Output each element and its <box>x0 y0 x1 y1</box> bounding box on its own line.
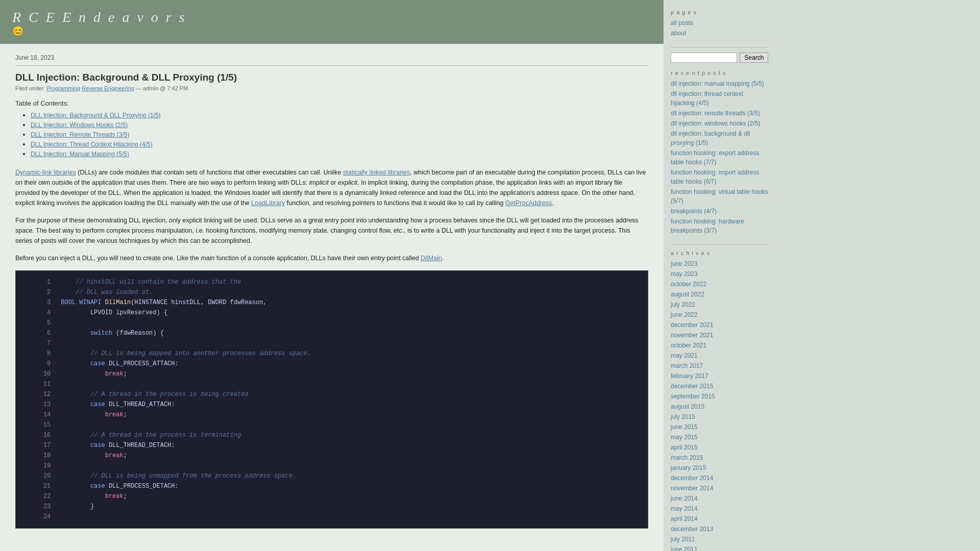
archive-december-2014[interactable]: december 2014 <box>671 473 769 483</box>
statically-linked-link[interactable]: statically linked libraries <box>343 169 410 176</box>
recent-posts-section: r e c e n t p o s t s dll injection: man… <box>671 70 769 235</box>
table-row: 24 <box>16 512 648 522</box>
title-divider <box>15 65 648 66</box>
toc-list: DLL Injection: Background & DLL Proxying… <box>15 111 648 158</box>
table-row: 9 case DLL_PROCESS_ATTACH: <box>16 359 648 369</box>
post-meta: Filed under: Programming Reverse Enginee… <box>15 85 648 91</box>
archives-section: a r c h i v e s june 2023 may 2023 octob… <box>671 250 769 551</box>
list-item: DLL Injection: Thread Context Hijacking … <box>31 140 648 148</box>
sidebar-recent-post-9[interactable]: breakpoints (4/7) <box>671 207 769 216</box>
table-row: 11 <box>16 379 648 389</box>
toc-link-1[interactable]: DLL Injection: Background & DLL Proxying… <box>31 112 161 119</box>
archive-july-2011[interactable]: july 2011 <box>671 535 769 544</box>
sidebar-recent-post-8[interactable]: function hooking: virtual table hooks (5… <box>671 187 769 206</box>
archive-may-2015[interactable]: may 2015 <box>671 433 769 442</box>
archive-november-2014[interactable]: november 2014 <box>671 484 769 493</box>
archive-june-2023[interactable]: june 2023 <box>671 259 769 268</box>
archive-july-2022[interactable]: july 2022 <box>671 300 769 309</box>
archive-april-2015[interactable]: april 2015 <box>671 443 769 452</box>
dynamic-link-libraries-link[interactable]: Dynamic-link libraries <box>15 169 76 176</box>
search-input[interactable] <box>671 53 737 63</box>
category-reverse-engineering[interactable]: Reverse Engineering <box>82 85 134 91</box>
sidebar-link-about[interactable]: about <box>671 29 769 38</box>
table-row: 23 } <box>16 502 648 512</box>
code-table: 1 // hinstDLL will contain the address t… <box>16 277 648 522</box>
site-header: R C E E n d e a v o r s 😊 <box>0 0 664 44</box>
archive-september-2015[interactable]: september 2015 <box>671 392 769 401</box>
toc-link-3[interactable]: DLL Injection: Remote Threads (3/5) <box>31 131 129 138</box>
table-row: 7 <box>16 338 648 348</box>
archive-june-2014[interactable]: june 2014 <box>671 494 769 503</box>
sidebar-recent-post-6[interactable]: function hooking: export address table h… <box>671 148 769 167</box>
toc-link-5[interactable]: DLL Injection: Manual Mapping (5/5) <box>31 151 129 158</box>
table-row: 5 <box>16 318 648 328</box>
sidebar-recent-post-2[interactable]: dll injection: thread context hijacking … <box>671 89 769 108</box>
archive-february-2017[interactable]: february 2017 <box>671 371 769 381</box>
table-row: 6 switch (fdwReason) { <box>16 328 648 338</box>
sidebar-divider-2 <box>671 244 769 245</box>
table-row: 20 // DLL is being unmapped from the pro… <box>16 471 648 481</box>
loadlibrary-link[interactable]: LoadLibrary <box>251 199 285 207</box>
toc-link-2[interactable]: DLL Injection: Windows Hooks (2/5) <box>31 121 128 129</box>
archive-october-2021[interactable]: october 2021 <box>671 341 769 350</box>
sidebar-recent-post-5[interactable]: dll injection: background & dll proxying… <box>671 129 769 147</box>
table-row: 21 case DLL_PROCESS_DETACH: <box>16 481 648 491</box>
list-item: DLL Injection: Windows Hooks (2/5) <box>31 121 648 129</box>
archive-october-2022[interactable]: october 2022 <box>671 280 769 289</box>
table-row: 3BOOL WINAPI DllMain(HINSTANCE hinstDLL,… <box>16 297 648 308</box>
post-author: admin @ 7:42 PM <box>143 85 188 91</box>
archive-august-2022[interactable]: august 2022 <box>671 290 769 299</box>
search-button[interactable]: Search <box>740 53 768 63</box>
category-programming[interactable]: Programming <box>46 85 80 91</box>
table-row: 17 case DLL_THREAD_DETACH: <box>16 440 648 450</box>
archive-december-2013[interactable]: december 2013 <box>671 524 769 534</box>
paragraph-2: For the purpose of these demonstrating D… <box>15 215 648 246</box>
getprocaddress-link[interactable]: GetProcAddress <box>505 199 552 207</box>
archive-august-2015[interactable]: august 2015 <box>671 402 769 411</box>
archive-may-2023[interactable]: may 2023 <box>671 269 769 279</box>
sidebar-recent-post-7[interactable]: function hooking: import address table h… <box>671 168 769 186</box>
archive-june-2011[interactable]: june 2011 <box>671 545 769 551</box>
table-row: 19 <box>16 461 648 471</box>
list-item: DLL Injection: Remote Threads (3/5) <box>31 131 648 139</box>
recent-posts-label: r e c e n t p o s t s <box>671 70 769 76</box>
sidebar-recent-post-1[interactable]: dll injection: manual mapping (5/5) <box>671 79 769 88</box>
table-row: 18 break; <box>16 450 648 461</box>
site-title: R C E E n d e a v o r s <box>12 9 651 26</box>
pages-section: p a g e s all posts about <box>671 9 769 38</box>
archive-april-2014[interactable]: april 2014 <box>671 514 769 523</box>
post-date: June 18, 2023 <box>15 54 648 61</box>
archive-december-2021[interactable]: december 2021 <box>671 320 769 330</box>
archive-may-2021[interactable]: may 2021 <box>671 351 769 360</box>
archive-december-2015[interactable]: december 2015 <box>671 382 769 391</box>
search-box: Search <box>671 53 769 63</box>
sidebar-recent-post-4[interactable]: dll injection: windows hooks (2/5) <box>671 119 769 128</box>
sidebar-divider-1 <box>671 47 769 47</box>
archive-march-2015[interactable]: march 2015 <box>671 453 769 462</box>
toc-link-4[interactable]: DLL Injection: Thread Context Hijacking … <box>31 141 153 148</box>
archive-june-2015[interactable]: june 2015 <box>671 422 769 432</box>
paragraph-1: Dynamic-link libraries (DLLs) are code m… <box>15 167 648 208</box>
sidebar-recent-post-10[interactable]: function hooking: hardware breakpoints (… <box>671 217 769 235</box>
dllmain-link[interactable]: DllMain <box>421 255 442 262</box>
table-row: 16 // A thread in the process is termina… <box>16 430 648 440</box>
sidebar-recent-post-3[interactable]: dll injection: remote threads (3/5) <box>671 109 769 118</box>
header-emoji: 😊 <box>12 26 23 36</box>
archive-may-2014[interactable]: may 2014 <box>671 504 769 513</box>
archive-november-2021[interactable]: november 2021 <box>671 331 769 340</box>
archive-june-2022[interactable]: june 2022 <box>671 310 769 319</box>
archive-march-2017[interactable]: march 2017 <box>671 361 769 370</box>
list-item: DLL Injection: Manual Mapping (5/5) <box>31 150 648 158</box>
list-item: DLL Injection: Background & DLL Proxying… <box>31 111 648 119</box>
post-title: DLL Injection: Background & DLL Proxying… <box>15 72 648 83</box>
archive-january-2015[interactable]: january 2015 <box>671 463 769 472</box>
table-row: 10 break; <box>16 369 648 379</box>
archive-july-2015[interactable]: july 2015 <box>671 412 769 421</box>
filed-under-label: Filed under: <box>15 85 45 91</box>
table-row: 2 // DLL was loaded at. <box>16 287 648 297</box>
table-row: 1 // hinstDLL will contain the address t… <box>16 277 648 287</box>
toc-title: Table of Contents: <box>15 99 648 107</box>
sidebar-link-all-posts[interactable]: all posts <box>671 18 769 28</box>
table-row: 4 LPVOID lpvReserved) { <box>16 308 648 318</box>
table-row: 8 // DLL is being mapped into another pr… <box>16 348 648 359</box>
